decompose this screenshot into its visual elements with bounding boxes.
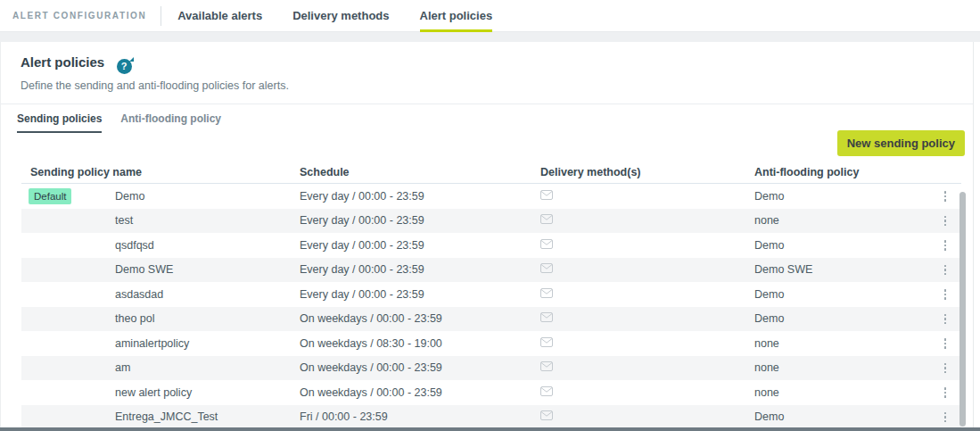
column-header-anti-flooding-policy: Anti-flooding policy — [745, 166, 929, 178]
email-envelope-icon — [540, 361, 553, 374]
schedule: On weekdays / 00:00 - 23:59 — [291, 386, 531, 399]
kebab-menu-icon[interactable] — [941, 335, 951, 352]
policy-name: am — [115, 361, 130, 374]
top-navigation-bar: ALERT CONFIGURATION Available alerts Del… — [0, 0, 980, 32]
email-envelope-icon — [540, 214, 553, 227]
anti-flooding-value: none — [745, 361, 929, 374]
table-row[interactable]: asdasdad Every day / 00:00 - 23:59 Demo — [21, 282, 961, 307]
schedule: Every day / 00:00 - 23:59 — [291, 190, 531, 203]
anti-flooding-value: Demo SWE — [745, 263, 929, 276]
sending-policies-table: Sending policy name Schedule Delivery me… — [21, 161, 961, 429]
email-envelope-icon — [540, 312, 553, 325]
subtab-bar: Sending policies Anti-flooding policy — [1, 104, 973, 133]
table-row[interactable]: theo pol On weekdays / 00:00 - 23:59 Dem… — [21, 307, 961, 332]
subtab-anti-flooding-policy[interactable]: Anti-flooding policy — [120, 112, 221, 133]
table-row[interactable]: test Every day / 00:00 - 23:59 none — [21, 209, 961, 234]
kebab-menu-icon[interactable] — [941, 409, 951, 427]
table-row[interactable]: aminalertpolicy On weekdays / 08:30 - 19… — [21, 331, 961, 356]
email-envelope-icon — [540, 263, 553, 276]
subtab-sending-policies[interactable]: Sending policies — [17, 112, 102, 133]
page-title: Alert policies — [21, 54, 104, 70]
kebab-menu-icon[interactable] — [941, 187, 951, 205]
policy-name: aminalertpolicy — [115, 337, 189, 350]
tab-alert-policies[interactable]: Alert policies — [420, 0, 493, 32]
anti-flooding-value: none — [745, 214, 929, 227]
schedule: Every day / 00:00 - 23:59 — [291, 214, 531, 227]
table-row[interactable]: Entrega_JMCC_Test Fri / 00:00 - 23:59 De… — [21, 405, 961, 430]
policy-name: qsdfqsd — [115, 239, 154, 252]
kebab-menu-icon[interactable] — [941, 261, 951, 279]
policy-name: new alert policy — [115, 386, 192, 399]
schedule: On weekdays / 00:00 - 23:59 — [291, 312, 531, 325]
policy-name: test — [115, 214, 133, 227]
policy-name: theo pol — [115, 312, 154, 325]
app-title: ALERT CONFIGURATION — [12, 11, 146, 21]
tab-delivery-methods[interactable]: Delivery methods — [292, 0, 389, 32]
question-mark-circle-icon[interactable]: ? — [117, 59, 132, 74]
kebab-menu-icon[interactable] — [941, 236, 951, 254]
kebab-menu-icon[interactable] — [941, 311, 951, 328]
email-envelope-icon — [540, 288, 553, 301]
anti-flooding-value: Demo — [745, 190, 929, 203]
table-body: Default Demo Every day / 00:00 - 23:59 D… — [21, 184, 961, 429]
anti-flooding-value: none — [745, 386, 929, 399]
kebab-menu-icon[interactable] — [941, 360, 951, 377]
page-description: Define the sending and anti-flooding pol… — [21, 79, 973, 92]
vertical-scrollbar-thumb[interactable] — [959, 192, 966, 427]
anti-flooding-value: Demo — [745, 288, 929, 301]
schedule: On weekdays / 00:00 - 23:59 — [291, 361, 531, 374]
bottom-edge-bar — [0, 427, 980, 431]
kebab-menu-icon[interactable] — [941, 384, 951, 402]
email-envelope-icon — [540, 386, 553, 399]
table-row[interactable]: Default Demo Every day / 00:00 - 23:59 D… — [21, 184, 961, 209]
anti-flooding-value: Demo — [745, 410, 929, 423]
alert-policies-panel: Alert policies ? Define the sending and … — [0, 42, 974, 431]
table-row[interactable]: Demo SWE Every day / 00:00 - 23:59 Demo … — [21, 258, 961, 283]
schedule: Fri / 00:00 - 23:59 — [291, 410, 531, 423]
anti-flooding-value: Demo — [745, 239, 929, 252]
email-envelope-icon — [540, 239, 553, 252]
schedule: Every day / 00:00 - 23:59 — [291, 239, 531, 252]
policy-name: Demo SWE — [115, 263, 173, 276]
tab-available-alerts[interactable]: Available alerts — [177, 0, 262, 32]
anti-flooding-value: Demo — [745, 312, 929, 325]
anti-flooding-value: none — [745, 337, 929, 350]
kebab-menu-icon[interactable] — [941, 286, 951, 303]
new-sending-policy-button[interactable]: New sending policy — [837, 130, 965, 156]
table-row[interactable]: new alert policy On weekdays / 00:00 - 2… — [21, 380, 961, 405]
email-envelope-icon — [540, 410, 553, 423]
policy-name: Entrega_JMCC_Test — [115, 410, 218, 423]
email-envelope-icon — [540, 337, 553, 350]
schedule: On weekdays / 08:30 - 19:00 — [291, 337, 531, 350]
kebab-menu-icon[interactable] — [941, 212, 951, 230]
schedule: Every day / 00:00 - 23:59 — [291, 288, 531, 301]
policy-name: Demo — [115, 190, 144, 203]
table-header-row: Sending policy name Schedule Delivery me… — [21, 161, 961, 184]
email-envelope-icon — [540, 190, 553, 203]
badge-slot: Default — [29, 188, 115, 204]
policy-name: asdasdad — [115, 288, 163, 301]
table-row[interactable]: qsdfqsd Every day / 00:00 - 23:59 Demo — [21, 233, 961, 258]
schedule: Every day / 00:00 - 23:59 — [291, 263, 531, 276]
column-header-schedule: Schedule — [291, 166, 531, 178]
topbar-divider — [161, 6, 161, 26]
column-header-sending-policy-name: Sending policy name — [21, 166, 291, 178]
column-header-delivery-methods: Delivery method(s) — [531, 166, 745, 178]
page-background-strip — [0, 32, 980, 42]
table-row[interactable]: am On weekdays / 00:00 - 23:59 none — [21, 356, 961, 381]
default-badge: Default — [29, 188, 71, 204]
